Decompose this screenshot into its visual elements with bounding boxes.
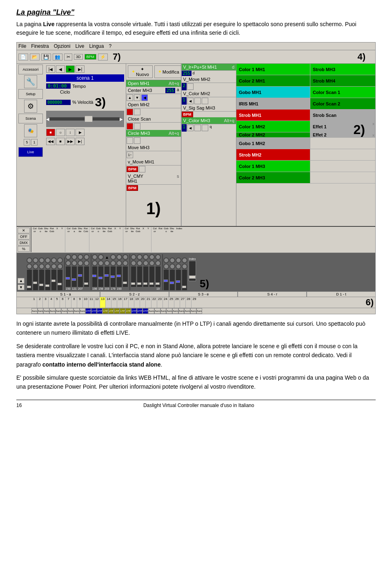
vfader-4-thumb[interactable] [45,284,49,287]
ctrl-arrows-up[interactable]: ▲ [18,278,24,284]
knob-3-12[interactable] [122,260,128,266]
knob-2-4[interactable] [71,260,77,266]
knob-3-2[interactable] [92,260,98,266]
scene-btn-stop[interactable]: ■ [56,138,65,145]
transport-prev[interactable]: ◀ [56,65,65,73]
eff-left-2[interactable]: Gobo MH1 [236,87,310,98]
btn-type-10[interactable]: HTP [85,308,91,314]
eff-right-6[interactable]: Effet 2 x 2) [310,132,375,137]
knob-1-2[interactable] [27,264,32,269]
vfader-4-1[interactable] [131,266,136,287]
toolbar-bpm[interactable]: BPM [85,54,97,60]
eff-left-10[interactable]: Color 2 MH3 [236,172,310,183]
btn-type-3[interactable]: Auro [43,308,49,314]
btn-type-1[interactable]: Auro [31,308,38,314]
scene-btn-fwd[interactable]: ▶▶ [66,138,75,145]
knob-1-4[interactable] [33,264,38,269]
vfader-2-4[interactable] [84,266,89,287]
eff-left-6[interactable]: Color 2 MH2 [236,132,310,137]
knob-3-10[interactable] [116,260,122,266]
cue-c6-2[interactable] [139,166,145,172]
btn-type-8[interactable]: Auro [74,308,80,314]
scene-btn-icon1[interactable]: ↕ [66,129,75,136]
scene-btn-red1[interactable]: ■ [46,129,55,136]
btn-type-15[interactable]: LTP [114,308,120,314]
knob-5-5[interactable] [176,257,181,263]
transport-first[interactable]: |◀ [46,65,55,73]
vfader-4-3-thumb[interactable] [143,282,147,285]
vfader-5-2-thumb[interactable] [170,282,174,284]
btn-type-12[interactable]: HTP [97,308,102,314]
btn-type-18[interactable]: HTP [131,308,137,314]
bpm-btn-3[interactable]: BPM [182,112,193,117]
btn-type-28[interactable]: Auro [190,308,196,314]
vfader-4-1-thumb[interactable] [131,282,135,285]
knob-4-8[interactable] [149,260,155,266]
vfader-4-5-thumb[interactable] [156,282,160,285]
btn-modifica[interactable]: ✦ Modifica [154,65,181,78]
main-fader-thumb[interactable] [85,116,93,122]
knob-3-8[interactable] [110,260,116,266]
knob-1-1[interactable] [27,257,32,263]
btn-x[interactable]: ✕ [18,228,30,233]
knob-3-11[interactable] [122,254,128,260]
toolbar-cut[interactable]: ✂ [64,54,72,60]
btn-type-2[interactable]: Auro [38,308,44,314]
vfader-2-1[interactable] [66,266,71,287]
cue-ctrl-dn2[interactable] [134,109,140,115]
knob-5-7[interactable] [182,257,187,263]
eff-right-0[interactable]: Strob MH3 [310,64,375,75]
nav-icon-scena[interactable]: 🎭 [24,124,37,137]
vfader-2-1-thumb[interactable] [66,277,70,280]
vfader-5-4[interactable] [182,270,187,290]
vfader-5-3[interactable] [176,270,181,290]
btn-type-20[interactable]: HTP [143,308,148,314]
menu-live[interactable]: Live [75,43,84,49]
btn-type-19[interactable]: HTP [137,308,143,314]
btn-type-7[interactable]: Auro [67,308,74,314]
vfader-5-4-thumb[interactable] [182,286,186,288]
cue-ctrl-dn[interactable]: ▼ [134,94,140,101]
knob-4-4[interactable] [137,260,143,266]
knob-5-3[interactable] [169,257,175,263]
vfader-4-5[interactable] [156,266,160,287]
knob-2-5[interactable] [78,254,83,260]
nav-live[interactable]: Live [18,147,43,157]
nav-accessori[interactable]: Accessori [18,65,43,74]
knob-3-9[interactable] [116,254,122,260]
knob-1-3[interactable] [33,257,38,263]
vfader-5-1-thumb[interactable] [164,280,168,282]
vfader-4-4-thumb[interactable] [149,282,154,285]
index-fader[interactable] [189,261,196,281]
cue-c4-1[interactable] [127,137,133,144]
knob-1-5[interactable] [39,257,45,263]
vfader-6-thumb[interactable] [58,283,62,285]
knob-4-9[interactable] [155,254,161,260]
nav-setup[interactable]: Setup [18,89,43,99]
knob-1-12[interactable] [57,264,63,269]
btn-type-22[interactable]: Auro [154,308,160,314]
vfader-5-thumb[interactable] [51,280,56,282]
knob-5-4[interactable] [169,264,175,269]
toolbar-save[interactable]: 💾 [41,54,51,60]
btn-type-24[interactable]: Auro [166,308,172,314]
knob-2-6[interactable] [78,260,83,266]
vfader-4-3[interactable] [143,266,148,287]
knob-1-8[interactable] [45,264,51,269]
knob-2-8[interactable] [84,260,89,266]
knob-4-1[interactable] [131,254,136,260]
scene-btn-rew[interactable]: ◀◀ [46,138,55,145]
cue-r2-btn2[interactable] [194,98,201,104]
vfader-3-6[interactable] [123,266,128,287]
toolbar-open[interactable]: 📂 [30,54,40,60]
menu-help[interactable]: ? [109,43,111,49]
cue-r2-btn[interactable]: ◀ [187,98,194,104]
menu-file[interactable]: File [18,43,26,49]
toolbar-extra[interactable]: ⚡ [98,54,108,60]
vfader-3-5-thumb[interactable] [117,275,121,277]
btn-type-25[interactable]: Auro [172,308,178,314]
vfader-1-thumb[interactable] [27,286,31,288]
vfader-2-4-thumb[interactable] [84,282,88,285]
vfader-3-3-thumb[interactable] [105,274,109,277]
vfader-4-4[interactable] [149,266,154,287]
